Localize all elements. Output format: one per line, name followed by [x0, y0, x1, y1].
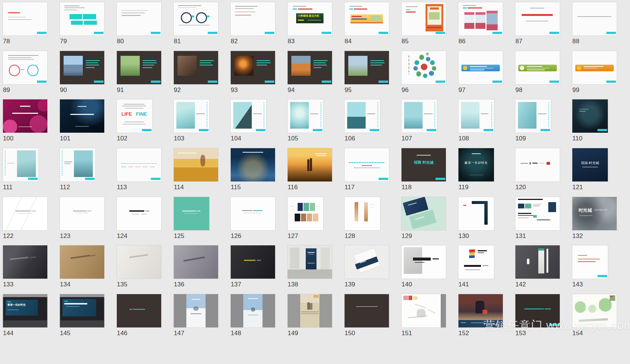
- slide-thumbnail[interactable]: [60, 294, 104, 327]
- slide-element: [197, 211, 200, 212]
- slide-element: [74, 150, 93, 177]
- slide-thumbnail[interactable]: [231, 51, 275, 84]
- slide-thumbnail[interactable]: [117, 294, 161, 327]
- slide-thumbnail[interactable]: [117, 245, 161, 279]
- slide-number: 146: [117, 330, 174, 337]
- slide-thumbnail[interactable]: [402, 51, 446, 84]
- slide-thumbnail[interactable]: [572, 99, 608, 133]
- slide-element: [518, 102, 536, 129]
- slide-thumbnail[interactable]: 招商·时光城: [572, 148, 608, 181]
- slide-thumbnail[interactable]: [402, 197, 446, 230]
- slide-thumbnail[interactable]: 时光城LIFETIME CITY: [572, 197, 617, 230]
- slide-thumbnail[interactable]: [117, 148, 161, 181]
- slide-thumbnail[interactable]: [458, 294, 503, 327]
- slide-thumbnail[interactable]: [345, 148, 389, 181]
- slide-cell: 79: [60, 2, 117, 51]
- slide-thumbnail[interactable]: [288, 51, 332, 84]
- slide-thumbnail[interactable]: [60, 148, 95, 181]
- slide-thumbnail[interactable]: [60, 99, 104, 133]
- slide-corner-badge: [199, 129, 209, 131]
- banner-title: 大美领域 眼见为实: [298, 14, 319, 17]
- slide-thumbnail[interactable]: [231, 197, 275, 230]
- slide-thumbnail[interactable]: 重读一生好时光: [3, 294, 47, 327]
- slide-thumbnail[interactable]: [60, 245, 104, 279]
- slide-thumbnail[interactable]: [3, 148, 38, 181]
- slide-thumbnail[interactable]: [117, 197, 161, 230]
- slide-thumbnail[interactable]: [3, 2, 47, 35]
- slide-thumbnail[interactable]: [174, 51, 218, 84]
- slide-thumbnail[interactable]: [3, 99, 47, 133]
- slide-thumbnail[interactable]: [3, 245, 47, 279]
- slide-element: [207, 102, 207, 128]
- slide-thumbnail[interactable]: [345, 197, 380, 230]
- slide-thumbnail[interactable]: [288, 294, 332, 327]
- slide-thumbnail[interactable]: [345, 294, 389, 327]
- slide-thumbnail[interactable]: [288, 148, 332, 181]
- slide-thumbnail[interactable]: [345, 245, 389, 279]
- slide-cell: 80: [117, 2, 174, 51]
- slide-thumbnail[interactable]: [174, 245, 218, 279]
- slide-number: 95: [345, 86, 402, 94]
- slide-thumbnail[interactable]: [515, 148, 560, 181]
- slide-thumbnail[interactable]: 重读一生好时光: [458, 148, 494, 181]
- slide-thumbnail[interactable]: [3, 51, 47, 84]
- slide-thumbnail[interactable]: [231, 99, 266, 133]
- slide-cell: 154: [572, 294, 629, 343]
- slide-thumbnail[interactable]: [288, 245, 332, 279]
- slide-thumbnail[interactable]: [60, 51, 104, 84]
- slide-thumbnail[interactable]: [174, 148, 218, 181]
- slide-thumbnail[interactable]: [458, 245, 494, 279]
- slide-thumbnail[interactable]: [174, 99, 209, 133]
- slide-thumbnail[interactable]: [458, 51, 503, 84]
- slide-thumbnail[interactable]: [345, 2, 389, 35]
- slide-element: [264, 102, 264, 128]
- slide-thumbnail[interactable]: [174, 2, 218, 35]
- slide-element: [404, 102, 423, 129]
- slide-thumbnail[interactable]: [515, 51, 560, 84]
- slide-thumbnail[interactable]: [288, 99, 323, 133]
- slide-thumbnail[interactable]: [231, 148, 275, 181]
- slide-element: [31, 211, 36, 212]
- slide-element: [578, 261, 596, 262]
- slide-thumbnail[interactable]: [572, 245, 608, 279]
- slide-thumbnail[interactable]: [572, 51, 617, 84]
- slide-thumbnail[interactable]: [174, 294, 218, 327]
- slide-cell: 93: [231, 51, 288, 100]
- slide-thumbnail[interactable]: [174, 197, 209, 230]
- slide-thumbnail[interactable]: [515, 2, 560, 35]
- slide-thumbnail[interactable]: [345, 99, 380, 133]
- slide-thumbnail[interactable]: [572, 2, 617, 35]
- slide-thumbnail[interactable]: [60, 2, 104, 35]
- slide-thumbnail[interactable]: [117, 2, 161, 35]
- slide-thumbnail[interactable]: [515, 99, 551, 133]
- slide-thumbnail[interactable]: [402, 294, 446, 327]
- slide-thumbnail[interactable]: 大美领域 眼见为实: [288, 2, 332, 35]
- slide-element: [122, 10, 148, 11]
- slide-thumbnail[interactable]: [345, 51, 389, 84]
- slide-element: [122, 106, 146, 106]
- slide-thumbnail[interactable]: [515, 197, 560, 230]
- slide-thumbnail[interactable]: [458, 197, 494, 230]
- slide-thumbnail[interactable]: [515, 245, 560, 279]
- slide-thumbnail[interactable]: 招商 时光城: [402, 148, 446, 181]
- slide-thumbnail[interactable]: [402, 99, 437, 133]
- slide-thumbnail[interactable]: [458, 99, 494, 133]
- slide-thumbnail[interactable]: [231, 2, 275, 35]
- slide-element: [301, 313, 319, 314]
- slide-thumbnail[interactable]: LIFEFINE: [117, 99, 152, 133]
- slide-element: [235, 15, 251, 16]
- slide-element: [470, 68, 493, 69]
- slide-thumbnail[interactable]: [60, 197, 104, 230]
- slide-number: 94: [288, 86, 345, 94]
- slide-thumbnail[interactable]: [117, 51, 161, 84]
- slide-element: [18, 213, 32, 214]
- slide-thumbnail[interactable]: [231, 294, 275, 327]
- slide-thumbnail[interactable]: [402, 245, 446, 279]
- slide-thumbnail[interactable]: [231, 245, 275, 279]
- slide-thumbnail[interactable]: [402, 2, 446, 35]
- slide-thumbnail[interactable]: [515, 294, 560, 327]
- slide-thumbnail[interactable]: [572, 294, 617, 327]
- slide-thumbnail[interactable]: [3, 197, 47, 230]
- slide-thumbnail[interactable]: [458, 2, 503, 35]
- slide-thumbnail[interactable]: [288, 197, 323, 230]
